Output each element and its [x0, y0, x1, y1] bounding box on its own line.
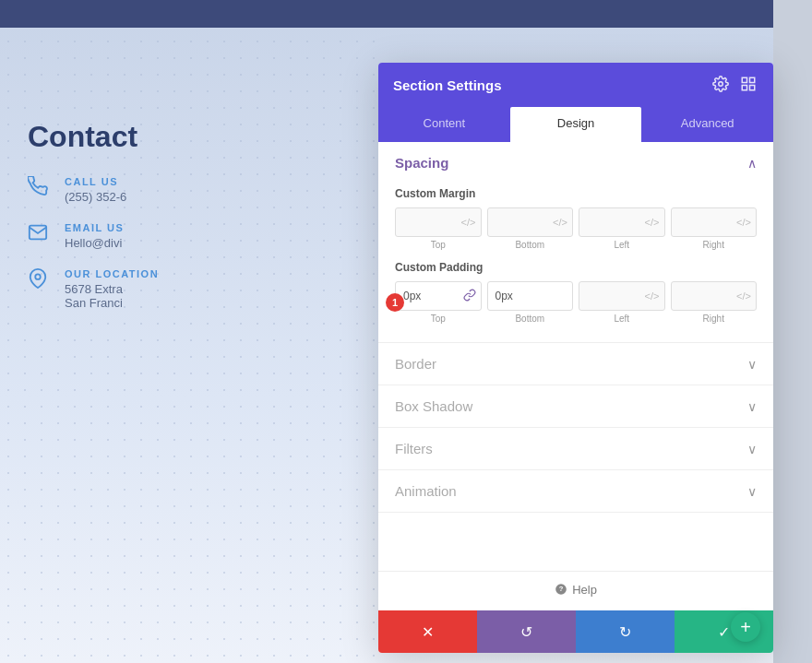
panel-tabs: Content Design Advanced [378, 107, 773, 142]
header-icons [712, 76, 758, 94]
badge-1: 1 [386, 293, 404, 312]
boxshadow-section: Box Shadow ∨ [378, 385, 773, 428]
custom-padding-label: Custom Padding [395, 261, 757, 274]
custom-margin-label: Custom Margin [395, 187, 757, 200]
margin-left-link-icon[interactable]: </> [645, 217, 660, 228]
padding-right-link-icon[interactable]: </> [736, 290, 751, 302]
call-value: (255) 352-6 [65, 190, 126, 204]
filters-section-header[interactable]: Filters ∨ [378, 428, 773, 469]
help-icon: ? [555, 583, 567, 596]
padding-row: Top Bottom </> [395, 281, 757, 324]
spacing-chevron-up-icon: ∧ [747, 156, 757, 171]
svg-text:?: ? [559, 585, 564, 593]
padding-left-label: Left [614, 314, 629, 324]
svg-rect-3 [750, 77, 755, 82]
help-bar: ? Help [378, 571, 773, 611]
padding-bottom-input[interactable] [487, 281, 574, 311]
cancel-button[interactable]: ✕ [378, 610, 477, 653]
svg-rect-2 [742, 77, 746, 82]
contact-item-email: EMAIL US Hello@divi [28, 222, 378, 250]
margin-left-field: </> Left [579, 207, 665, 250]
padding-link-icon[interactable] [463, 289, 476, 303]
location-icon [28, 268, 54, 294]
action-bar: ✕ ↺ ↻ ✓ [378, 610, 773, 653]
email-icon [28, 222, 54, 248]
location-line2: San Franci [65, 296, 159, 310]
padding-right-field: </> Right [671, 281, 758, 324]
panel-title: Section Settings [393, 77, 502, 93]
svg-point-0 [35, 274, 41, 279]
help-link[interactable]: ? Help [555, 583, 597, 597]
location-line1: 5678 Extra [65, 282, 159, 296]
animation-section-header[interactable]: Animation ∨ [378, 470, 773, 512]
spacing-section-title: Spacing [395, 155, 448, 171]
redo-icon: ↻ [619, 623, 631, 641]
padding-top-field: Top [395, 281, 482, 324]
undo-icon: ↺ [520, 623, 532, 641]
settings-icon[interactable] [712, 76, 731, 94]
layout-icon[interactable] [740, 76, 758, 94]
border-chevron-icon: ∨ [747, 357, 757, 372]
margin-top-link-icon[interactable]: </> [461, 217, 476, 228]
border-section-header[interactable]: Border ∨ [378, 343, 773, 385]
border-section: Border ∨ [378, 343, 773, 385]
contact-item-call: CALL US (255) 352-6 [28, 176, 378, 204]
spacing-section-header[interactable]: Spacing ∧ [378, 142, 773, 184]
tab-design[interactable]: Design [510, 107, 642, 142]
animation-chevron-icon: ∨ [747, 484, 757, 499]
svg-rect-4 [742, 86, 746, 90]
boxshadow-chevron-icon: ∨ [747, 399, 757, 414]
padding-top-label: Top [431, 314, 446, 324]
email-value: Hello@divi [65, 236, 124, 250]
border-section-title: Border [395, 356, 436, 372]
undo-button[interactable]: ↺ [477, 610, 576, 653]
margin-left-label: Left [614, 240, 629, 250]
boxshadow-section-header[interactable]: Box Shadow ∨ [378, 385, 773, 427]
margin-right-link-icon[interactable]: </> [736, 217, 751, 228]
boxshadow-section-title: Box Shadow [395, 398, 472, 414]
settings-panel: Section Settings Content Design Advanced… [378, 63, 773, 653]
right-strip [773, 0, 812, 663]
save-icon: ✓ [718, 623, 730, 641]
panel-header: Section Settings [378, 63, 773, 107]
padding-bottom-label: Bottom [515, 314, 544, 324]
margin-right-label: Right [703, 240, 724, 250]
margin-top-label: Top [431, 240, 446, 250]
phone-icon [28, 176, 54, 202]
padding-right-label: Right [703, 314, 724, 324]
padding-left-link-icon[interactable]: </> [645, 290, 660, 302]
margin-row: </> Top </> Bottom </> [395, 207, 757, 250]
tab-content[interactable]: Content [378, 107, 510, 142]
cancel-icon: ✕ [422, 623, 434, 641]
redo-button[interactable]: ↻ [576, 610, 675, 653]
margin-bottom-link-icon[interactable]: </> [553, 217, 567, 228]
location-label: OUR LOCATION [65, 268, 159, 279]
margin-top-field: </> Top [395, 207, 482, 250]
spacing-section: Spacing ∧ Custom Margin </> Top [378, 142, 773, 343]
tab-advanced[interactable]: Advanced [641, 107, 773, 142]
margin-right-field: </> Right [671, 207, 758, 250]
padding-bottom-field: Bottom [487, 281, 574, 324]
add-button[interactable]: + [731, 612, 760, 642]
animation-section: Animation ∨ [378, 470, 773, 513]
margin-bottom-label: Bottom [515, 240, 544, 250]
dotted-pattern [0, 0, 388, 663]
contact-item-location: OUR LOCATION 5678 Extra San Franci [28, 268, 378, 310]
padding-left-field: </> Left [579, 281, 665, 324]
svg-rect-5 [750, 86, 755, 90]
contact-title: Contact [28, 120, 378, 154]
svg-point-1 [719, 82, 723, 87]
help-text: Help [572, 583, 597, 597]
call-label: CALL US [65, 176, 126, 187]
margin-bottom-field: </> Bottom [487, 207, 574, 250]
panel-footer: ? Help ✕ ↺ ↻ ✓ [378, 571, 773, 654]
contact-section: Contact CALL US (255) 352-6 EMAIL US Hel… [28, 120, 378, 328]
padding-section-wrap: 1 Top [395, 281, 757, 324]
top-bar [0, 0, 812, 28]
filters-section: Filters ∨ [378, 428, 773, 470]
filters-section-title: Filters [395, 441, 433, 456]
animation-section-title: Animation [395, 483, 457, 499]
panel-body[interactable]: Spacing ∧ Custom Margin </> Top [378, 142, 773, 571]
email-label: EMAIL US [65, 222, 124, 233]
filters-chevron-icon: ∨ [747, 442, 757, 456]
